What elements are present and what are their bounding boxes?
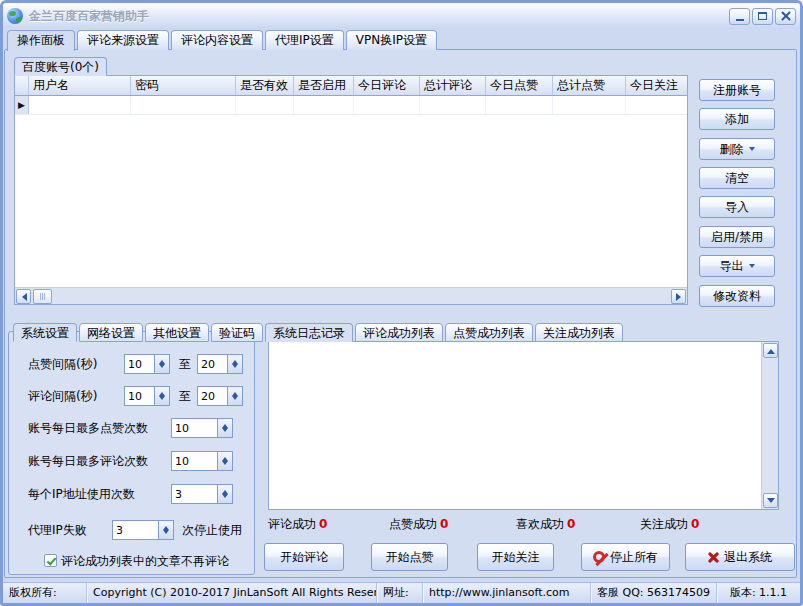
exit-system-label: 退出系统 xyxy=(724,549,772,566)
exit-x-icon xyxy=(708,552,719,563)
col-username[interactable]: 用户名 xyxy=(29,76,131,95)
scroll-right-button[interactable] xyxy=(671,289,686,304)
ip-use-count-input[interactable] xyxy=(172,485,217,503)
tab-like-success-list[interactable]: 点赞成功列表 xyxy=(445,323,533,342)
spinner-updown-icon[interactable] xyxy=(154,355,169,373)
daily-max-likes-spinner xyxy=(171,418,233,438)
tab-comment-content-settings[interactable]: 评论内容设置 xyxy=(171,30,263,50)
scroll-up-icon xyxy=(767,345,775,354)
stop-all-button[interactable]: 停止所有 xyxy=(581,543,670,571)
col-total-comments[interactable]: 总计评论 xyxy=(420,76,486,95)
scroll-left-button[interactable] xyxy=(16,289,31,304)
daily-max-comments-spinner xyxy=(171,451,233,471)
delete-button-label: 删除 xyxy=(720,141,744,158)
status-bar: 版权所有: Copyright (C) 2010-2017 JinLanSoft… xyxy=(3,582,800,603)
maximize-icon xyxy=(758,12,767,20)
col-today-likes[interactable]: 今日点赞 xyxy=(486,76,553,95)
spinner-updown-icon[interactable] xyxy=(217,452,232,470)
like-interval-from-input[interactable] xyxy=(125,355,154,373)
close-button[interactable] xyxy=(775,8,796,25)
tab-system-log[interactable]: 系统日志记录 xyxy=(265,323,353,342)
col-total-likes[interactable]: 总计点赞 xyxy=(553,76,626,95)
skip-commented-checkbox[interactable] xyxy=(44,554,57,567)
daily-max-comments-label: 账号每日最多评论次数 xyxy=(28,451,148,471)
tab-captcha[interactable]: 验证码 xyxy=(211,323,263,342)
col-today-comments[interactable]: 今日评论 xyxy=(354,76,420,95)
app-window: 金兰百度百家营销助手 操作面板 评论来源设置 评论内容设置 代理IP设置 VPN… xyxy=(0,0,803,606)
scroll-up-button[interactable] xyxy=(763,343,778,358)
minimize-icon xyxy=(736,19,744,21)
spinner-updown-icon[interactable] xyxy=(227,355,242,373)
spinner-updown-icon[interactable] xyxy=(158,521,173,539)
copyright-label: 版权所有: xyxy=(3,583,87,603)
qq-text: 客服 QQ: 563174509 xyxy=(591,583,717,603)
col-enabled[interactable]: 是否启用 xyxy=(294,76,354,95)
ip-use-count-spinner xyxy=(171,484,233,504)
ip-use-count-label: 每个IP地址使用次数 xyxy=(28,484,135,504)
dropdown-arrow-icon xyxy=(749,264,755,271)
tab-baidu-accounts[interactable]: 百度账号(0个) xyxy=(14,57,107,76)
comment-interval-to-spinner xyxy=(197,386,243,406)
tab-proxy-ip-settings[interactable]: 代理IP设置 xyxy=(265,30,344,50)
start-comment-button[interactable]: 开始评论 xyxy=(264,543,344,571)
like-interval-to-input[interactable] xyxy=(198,355,227,373)
spinner-updown-icon[interactable] xyxy=(154,387,169,405)
tab-operation-panel[interactable]: 操作面板 xyxy=(7,30,75,51)
scroll-down-icon xyxy=(767,498,775,507)
tab-comment-source-settings[interactable]: 评论来源设置 xyxy=(77,30,169,50)
like-interval-label: 点赞间隔(秒) xyxy=(28,354,97,374)
app-logo-globe-icon xyxy=(7,8,23,24)
daily-max-likes-input[interactable] xyxy=(172,419,217,437)
main-tabstrip: 操作面板 评论来源设置 评论内容设置 代理IP设置 VPN换IP设置 xyxy=(7,30,437,50)
start-follow-button[interactable]: 开始关注 xyxy=(477,543,554,571)
proxy-fail-input[interactable] xyxy=(113,521,158,539)
tab-follow-success-list[interactable]: 关注成功列表 xyxy=(535,323,623,342)
export-button-label: 导出 xyxy=(720,258,744,275)
like-success-value: 0 xyxy=(440,517,448,531)
export-button[interactable]: 导出 xyxy=(699,255,775,277)
proxy-fail-suffix-label: 次停止使用 xyxy=(182,520,242,540)
comment-success-value: 0 xyxy=(319,517,327,531)
comment-interval-label: 评论间隔(秒) xyxy=(28,386,97,406)
scrollbar-thumb[interactable] xyxy=(33,289,52,304)
daily-max-comments-input[interactable] xyxy=(172,452,217,470)
col-valid[interactable]: 是否有效 xyxy=(236,76,294,95)
tab-other-settings[interactable]: 其他设置 xyxy=(145,323,209,342)
enable-disable-button[interactable]: 启用/禁用 xyxy=(699,226,775,248)
tab-comment-success-list[interactable]: 评论成功列表 xyxy=(355,323,443,342)
log-vertical-scrollbar[interactable] xyxy=(761,342,778,509)
spinner-updown-icon[interactable] xyxy=(227,387,242,405)
tab-vpn-ip-settings[interactable]: VPN换IP设置 xyxy=(346,30,437,50)
follow-success-value: 0 xyxy=(691,517,699,531)
register-account-button[interactable]: 注册账号 xyxy=(699,79,775,101)
stop-all-label: 停止所有 xyxy=(610,549,658,566)
edit-profile-button[interactable]: 修改资料 xyxy=(699,285,775,307)
comment-interval-to-input[interactable] xyxy=(198,387,227,405)
maximize-button[interactable] xyxy=(752,8,773,25)
favor-success-label: 喜欢成功 xyxy=(516,517,564,531)
follow-success-label: 关注成功 xyxy=(640,517,688,531)
table-horizontal-scrollbar[interactable] xyxy=(15,287,687,304)
clear-button[interactable]: 清空 xyxy=(699,167,775,189)
tab-system-settings[interactable]: 系统设置 xyxy=(13,323,77,342)
col-password[interactable]: 密码 xyxy=(131,76,236,95)
favor-success-stat: 喜欢成功0 xyxy=(516,516,575,533)
start-like-button[interactable]: 开始点赞 xyxy=(371,543,448,571)
add-button[interactable]: 添加 xyxy=(699,108,775,130)
like-interval-to-spinner xyxy=(197,354,243,374)
accounts-table-header: 用户名 密码 是否有效 是否启用 今日评论 总计评论 今日点赞 总计点赞 今日关… xyxy=(15,76,687,96)
url-text: http://www.jinlansoft.com xyxy=(423,583,591,603)
row-marker-icon: ▶ xyxy=(15,96,29,114)
exit-system-button[interactable]: 退出系统 xyxy=(685,543,795,571)
minimize-button[interactable] xyxy=(729,8,750,25)
like-success-stat: 点赞成功0 xyxy=(389,516,448,533)
spinner-updown-icon[interactable] xyxy=(217,419,232,437)
import-button[interactable]: 导入 xyxy=(699,196,775,218)
spinner-updown-icon[interactable] xyxy=(217,485,232,503)
scroll-down-button[interactable] xyxy=(763,493,778,508)
table-row[interactable]: ▶ xyxy=(15,96,687,115)
delete-button[interactable]: 删除 xyxy=(699,138,775,160)
col-today-follows[interactable]: 今日关注 xyxy=(626,76,687,95)
tab-network-settings[interactable]: 网络设置 xyxy=(79,323,143,342)
comment-interval-from-input[interactable] xyxy=(125,387,154,405)
